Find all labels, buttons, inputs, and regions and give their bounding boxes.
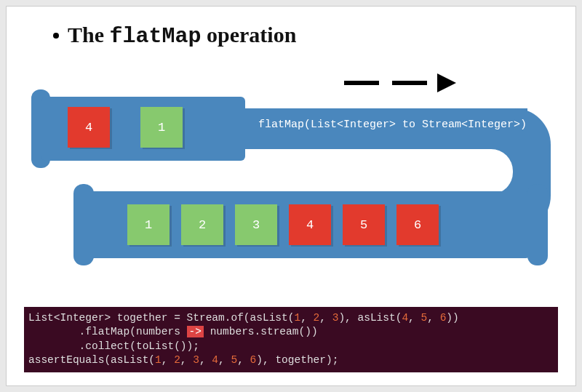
flatmap-signature: flatMap(List<Integer> to Stream<Integer>… bbox=[258, 119, 535, 131]
pipe-cap-bottom-right bbox=[527, 184, 548, 265]
input-stack-green: 1 bbox=[140, 107, 183, 148]
output-item: 1 bbox=[127, 204, 170, 245]
output-item: 4 bbox=[289, 204, 331, 245]
paper-label: 5 bbox=[360, 218, 367, 232]
paper-label: 1 bbox=[158, 121, 165, 135]
pipe-cap-bottom-left bbox=[73, 184, 94, 265]
code-text: List<Integer> together = Stream.of(asLis… bbox=[28, 312, 294, 324]
flow-arrow-icon bbox=[344, 75, 490, 94]
title-post: operation bbox=[202, 23, 297, 47]
code-num: 2 bbox=[314, 312, 320, 324]
paper-label: 4 bbox=[85, 121, 92, 135]
lambda-arrow: -> bbox=[187, 326, 204, 337]
output-item: 3 bbox=[235, 204, 277, 245]
code-num: 4 bbox=[402, 312, 408, 324]
paper-label: 6 bbox=[414, 218, 421, 232]
paper-label: 3 bbox=[252, 218, 260, 232]
output-item: 5 bbox=[343, 204, 385, 245]
bullet-icon bbox=[53, 33, 59, 39]
paper-label: 4 bbox=[306, 218, 314, 232]
code-num: 1 bbox=[294, 312, 300, 324]
title-code: flatMap bbox=[110, 24, 202, 49]
paper-label: 2 bbox=[199, 218, 206, 232]
paper-label: 1 bbox=[145, 218, 152, 232]
output-item: 6 bbox=[396, 204, 439, 245]
slide-title: The flatMap operation bbox=[68, 23, 296, 49]
title-pre: The bbox=[68, 23, 110, 47]
input-stack-red: 4 bbox=[68, 107, 110, 148]
code-num: 5 bbox=[421, 312, 428, 324]
title-row: The flatMap operation bbox=[53, 23, 555, 49]
code-block: List<Integer> together = Stream.of(asLis… bbox=[24, 307, 558, 372]
output-item: 2 bbox=[181, 204, 223, 245]
slide-card: The flatMap operation 4 1 flatMap(List<I… bbox=[6, 6, 576, 386]
flatmap-diagram: 4 1 flatMap(List<Integer> to Stream<Inte… bbox=[27, 69, 551, 265]
